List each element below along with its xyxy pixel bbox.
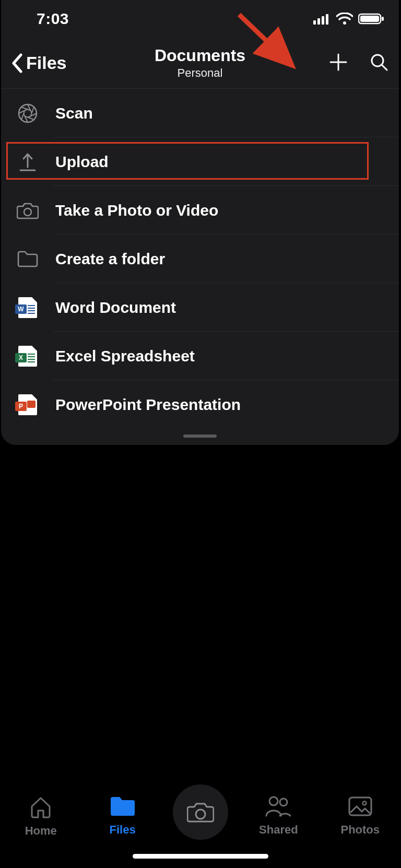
menu-item-word[interactable]: W Word Document [1, 283, 399, 332]
cellular-icon [313, 13, 331, 25]
upload-icon [16, 150, 40, 174]
svg-point-5 [343, 21, 346, 25]
photo-icon [348, 795, 373, 818]
svg-point-19 [280, 799, 287, 806]
people-icon [264, 795, 292, 818]
menu-item-label: Create a folder [55, 250, 165, 268]
add-button[interactable] [329, 53, 348, 74]
menu-item-label: Upload [55, 153, 109, 171]
chevron-left-icon [10, 53, 23, 73]
word-doc-icon: W [16, 296, 40, 320]
nav-bar: Files Documents Personal [1, 38, 399, 89]
powerpoint-doc-icon: P [16, 393, 40, 417]
aperture-icon [16, 101, 40, 125]
svg-point-18 [269, 797, 278, 805]
menu-item-folder[interactable]: Create a folder [1, 234, 399, 283]
tab-home[interactable]: Home [9, 795, 72, 838]
folder-filled-icon [109, 795, 137, 818]
status-time: 7:03 [37, 10, 69, 28]
battery-icon [358, 13, 384, 25]
status-icons [313, 13, 384, 25]
menu-item-powerpoint[interactable]: P PowerPoint Presentation [1, 380, 399, 429]
svg-line-12 [382, 65, 387, 70]
tab-shared[interactable]: Shared [247, 795, 310, 837]
menu-item-photo-video[interactable]: Take a Photo or Video [1, 186, 399, 234]
action-sheet-panel: 7:03 Files [1, 0, 399, 445]
folder-icon [16, 247, 40, 271]
wifi-icon [336, 13, 353, 25]
search-button[interactable] [370, 53, 388, 74]
home-icon [29, 795, 53, 819]
menu-item-scan[interactable]: Scan [1, 89, 399, 137]
sheet-grabber[interactable] [183, 435, 217, 438]
home-indicator[interactable] [133, 854, 268, 859]
menu-item-label: Take a Photo or Video [55, 202, 218, 219]
svg-rect-3 [322, 16, 324, 25]
svg-rect-8 [382, 17, 384, 21]
menu-item-label: Scan [55, 104, 93, 122]
svg-rect-20 [349, 797, 371, 815]
add-menu: Scan Upload Take a Photo or Video [1, 89, 399, 429]
menu-item-upload[interactable]: Upload [1, 137, 399, 186]
status-bar: 7:03 [1, 0, 399, 38]
search-icon [370, 53, 388, 72]
camera-icon [16, 198, 40, 222]
menu-item-excel[interactable]: X Excel Spreadsheet [1, 332, 399, 380]
excel-doc-icon: X [16, 344, 40, 368]
tab-label: Shared [259, 823, 298, 837]
menu-item-label: PowerPoint Presentation [55, 396, 241, 414]
svg-point-11 [372, 55, 383, 66]
menu-item-label: Word Document [55, 299, 176, 316]
svg-rect-4 [326, 14, 328, 25]
svg-rect-1 [313, 20, 316, 25]
camera-fab[interactable] [173, 784, 228, 840]
svg-point-21 [362, 802, 366, 805]
tab-label: Home [25, 824, 57, 838]
plus-icon [329, 53, 348, 72]
tab-label: Files [110, 823, 136, 837]
svg-rect-7 [360, 16, 379, 22]
tab-photos[interactable]: Photos [329, 795, 392, 837]
menu-item-label: Excel Spreadsheet [55, 347, 195, 365]
back-label: Files [26, 53, 66, 73]
svg-rect-2 [317, 18, 320, 25]
back-button[interactable]: Files [10, 53, 66, 73]
svg-point-17 [196, 810, 205, 819]
camera-icon [187, 801, 214, 824]
tab-files[interactable]: Files [91, 795, 154, 837]
tab-label: Photos [340, 823, 380, 837]
svg-point-16 [24, 208, 31, 216]
